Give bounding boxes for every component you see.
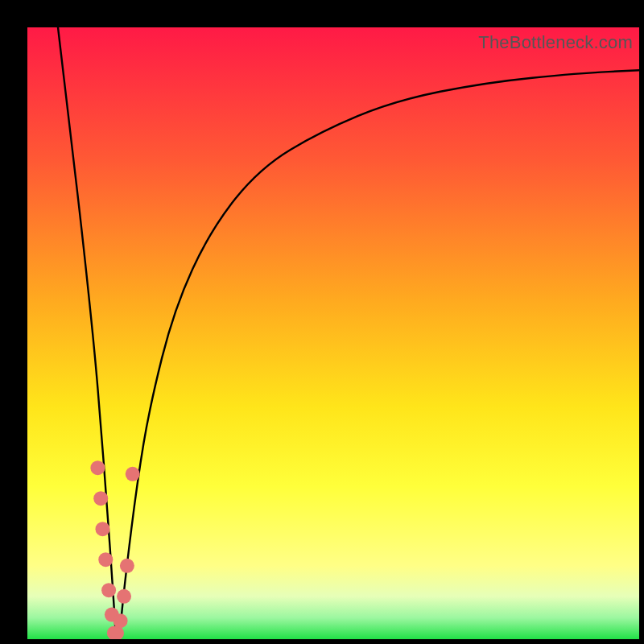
data-point [117, 589, 131, 604]
curve-left-branch [58, 27, 116, 639]
data-point [98, 552, 113, 567]
data-point [93, 491, 108, 506]
plot-area: TheBottleneck.com [27, 27, 639, 639]
data-point [90, 460, 105, 475]
attribution-text: TheBottleneck.com [478, 32, 633, 53]
data-point [95, 522, 109, 536]
data-point [114, 613, 128, 628]
data-point-cluster [90, 460, 139, 639]
curve-right-branch [119, 70, 639, 639]
curve-layer [27, 27, 639, 639]
data-point [120, 559, 134, 573]
chart-frame: TheBottleneck.com [0, 0, 644, 644]
data-point [101, 583, 116, 597]
data-point [126, 467, 140, 481]
